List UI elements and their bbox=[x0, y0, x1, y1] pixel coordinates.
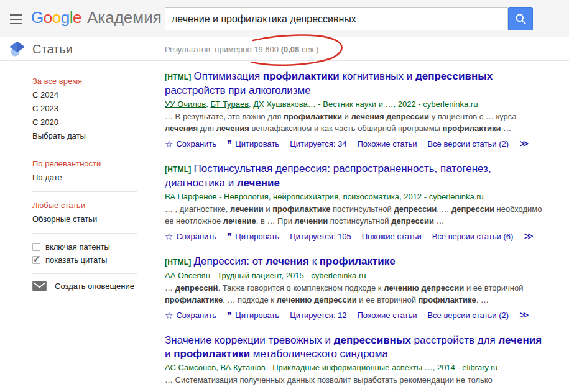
create-alert-button[interactable]: Создать оповещение bbox=[32, 281, 137, 291]
result-snippet: … Систематизация полученных данных позво… bbox=[165, 375, 545, 386]
envelope-icon bbox=[32, 281, 47, 291]
results-stats: Результатов: примерно 19 600 (0,08 сек.) bbox=[165, 45, 318, 54]
sidebar-divider bbox=[32, 191, 137, 192]
quote-icon: ❞ bbox=[227, 139, 232, 148]
google-scholar-page: GoogleАкадемия Статьи Результатов: приме… bbox=[0, 0, 569, 392]
more-chevron-icon[interactable]: ≫ bbox=[519, 138, 529, 149]
search-input[interactable] bbox=[165, 7, 508, 30]
more-chevron-icon[interactable]: ≫ bbox=[524, 230, 534, 242]
sort-by-relevance[interactable]: По релевантности bbox=[32, 157, 137, 171]
logo-letter: g bbox=[61, 8, 70, 27]
sidebar-divider bbox=[32, 233, 137, 234]
related-articles-link[interactable]: Похожие статьи bbox=[358, 311, 417, 320]
search-result: Значение коррекции тревожных и депрессив… bbox=[165, 334, 545, 386]
search-result: [HTML]Оптимизация профилактики когнитивн… bbox=[165, 70, 545, 149]
logo-letter: o bbox=[44, 8, 52, 27]
result-authors-line[interactable]: ВА Парфенов - Неврология, нейропсихиатри… bbox=[165, 191, 545, 203]
cited-by-link[interactable]: Цитируется: 105 bbox=[290, 232, 351, 241]
articles-diamond-icon bbox=[9, 40, 25, 60]
result-title-link[interactable]: Депрессия: от лечения к профилактике bbox=[194, 255, 396, 267]
result-title: Значение коррекции тревожных и депрессив… bbox=[165, 334, 545, 361]
logo-letter: G bbox=[31, 8, 44, 27]
result-snippet: … , диагностике, лечении и профилактике … bbox=[165, 204, 545, 227]
all-versions-link[interactable]: Все версии статьи (2) bbox=[427, 139, 509, 148]
sort-by-date[interactable]: По дате bbox=[32, 171, 137, 185]
menu-hamburger-icon[interactable] bbox=[10, 14, 22, 24]
include-citations-checkbox-row[interactable]: показать цитаты bbox=[32, 253, 137, 267]
related-articles-link[interactable]: Похожие статьи bbox=[362, 232, 422, 241]
filter-since-2023[interactable]: С 2023 bbox=[32, 102, 137, 116]
result-snippet: … депрессий. Также говорится о комплексн… bbox=[165, 283, 545, 306]
include-patents-checkbox-row[interactable]: включая патенты bbox=[32, 240, 137, 253]
filter-since-2020[interactable]: С 2020 bbox=[32, 116, 137, 129]
results-list: [HTML]Оптимизация профилактики когнитивн… bbox=[165, 70, 545, 392]
checkbox-unchecked-icon[interactable] bbox=[32, 243, 40, 251]
quote-icon: ❞ bbox=[227, 311, 232, 320]
result-title: [HTML]Постинсультная депрессия: распрост… bbox=[165, 162, 545, 190]
html-availability-tag: [HTML] bbox=[165, 258, 192, 267]
checkbox-label: показать цитаты bbox=[45, 255, 107, 265]
search-button[interactable] bbox=[508, 7, 533, 30]
product-name: Академия bbox=[87, 8, 162, 27]
result-title-link[interactable]: Оптимизация профилактики когнитивных и д… bbox=[165, 70, 493, 96]
cited-by-link[interactable]: Цитируется: 34 bbox=[290, 139, 346, 148]
result-authors-line[interactable]: УУ Очилов, БТ Тураев, ДХ Хушвакова… - Ве… bbox=[165, 99, 545, 110]
result-authors-line[interactable]: АС Самсонов, ВА Куташов - Прикладные инф… bbox=[165, 362, 545, 373]
logo-letter: e bbox=[73, 8, 81, 27]
search-result: [HTML]Постинсультная депрессия: распрост… bbox=[165, 162, 545, 242]
sidebar-divider bbox=[32, 150, 137, 150]
tab-articles[interactable]: Статьи bbox=[32, 42, 73, 57]
more-chevron-icon[interactable]: ≫ bbox=[519, 309, 529, 321]
star-icon: ☆ bbox=[165, 311, 173, 320]
save-button[interactable]: ☆Сохранить bbox=[165, 311, 216, 320]
subheader: Статьи Результатов: примерно 19 600 (0,0… bbox=[0, 38, 569, 61]
result-actions: ☆Сохранить ❞Цитировать Цитируется: 105 П… bbox=[165, 230, 545, 242]
html-availability-tag: [HTML] bbox=[165, 165, 192, 174]
html-availability-tag: [HTML] bbox=[165, 73, 192, 81]
result-title: [HTML]Оптимизация профилактики когнитивн… bbox=[165, 70, 545, 98]
filter-custom-range[interactable]: Выбрать даты bbox=[32, 129, 137, 143]
result-actions: ☆Сохранить ❞Цитировать Цитируется: 34 По… bbox=[165, 138, 545, 149]
result-title-link[interactable]: Постинсультная депрессия: распространенн… bbox=[165, 163, 491, 189]
result-authors-line[interactable]: АА Овсепян - Трудный пациент, 2015 - cyb… bbox=[165, 270, 545, 281]
search-icon bbox=[515, 13, 527, 25]
quote-icon: ❞ bbox=[227, 232, 232, 241]
result-title-link[interactable]: Значение коррекции тревожных и депрессив… bbox=[165, 334, 542, 360]
all-versions-link[interactable]: Все версии статьи (2) bbox=[427, 311, 509, 320]
related-articles-link[interactable]: Похожие статьи bbox=[358, 139, 417, 148]
star-icon: ☆ bbox=[165, 232, 173, 241]
save-button[interactable]: ☆Сохранить bbox=[165, 139, 216, 148]
result-title: [HTML]Депрессия: от лечения к профилакти… bbox=[165, 255, 545, 269]
save-button[interactable]: ☆Сохранить bbox=[165, 232, 216, 241]
result-snippet: … В результате, это важно для профилакти… bbox=[165, 111, 545, 134]
all-versions-link[interactable]: Все версии статьи (6) bbox=[432, 232, 514, 241]
filter-any-type[interactable]: Любые статьи bbox=[32, 199, 137, 212]
cite-button[interactable]: ❞Цитировать bbox=[227, 311, 279, 320]
search-result: [HTML]Депрессия: от лечения к профилакти… bbox=[165, 255, 545, 321]
filter-since-2024[interactable]: С 2024 bbox=[32, 88, 137, 102]
checkbox-label: включая патенты bbox=[45, 242, 110, 252]
checkbox-checked-icon[interactable] bbox=[32, 256, 40, 264]
google-scholar-logo[interactable]: GoogleАкадемия bbox=[31, 8, 162, 27]
header: GoogleАкадемия bbox=[0, 0, 569, 37]
sidebar-divider bbox=[32, 273, 137, 274]
logo-letter: o bbox=[52, 8, 61, 27]
create-alert-label: Создать оповещение bbox=[55, 281, 134, 291]
star-icon: ☆ bbox=[165, 139, 173, 148]
filter-review-articles[interactable]: Обзорные статьи bbox=[32, 212, 137, 226]
filter-any-time[interactable]: За все время bbox=[32, 75, 137, 88]
cite-button[interactable]: ❞Цитировать bbox=[227, 139, 279, 148]
result-actions: ☆Сохранить ❞Цитировать Цитируется: 12 По… bbox=[165, 309, 545, 321]
cited-by-link[interactable]: Цитируется: 12 bbox=[290, 311, 346, 320]
cite-button[interactable]: ❞Цитировать bbox=[227, 232, 279, 241]
filters-sidebar: За все время С 2024 С 2023 С 2020 Выбрат… bbox=[32, 75, 137, 291]
